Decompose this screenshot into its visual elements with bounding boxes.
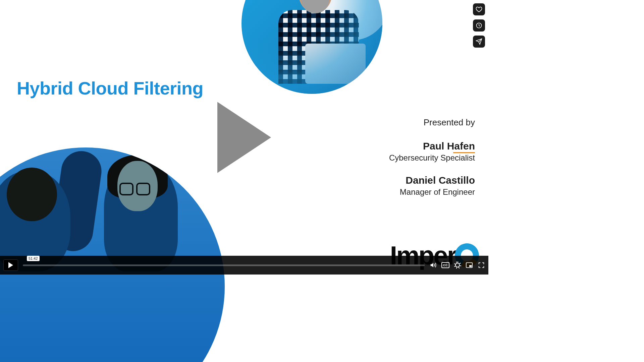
like-button[interactable] [473,3,485,15]
presented-by-label: Presented by [389,117,475,128]
presenters-block: Presented by Paul Hafen Cybersecurity Sp… [389,117,475,205]
side-actions [473,3,485,48]
settings-button[interactable] [454,262,461,268]
heart-icon [476,6,482,13]
duration-tooltip: 51:42 [27,256,40,261]
progress-bar[interactable]: 51:42 [23,260,425,270]
right-controls: CC [429,261,485,269]
clock-icon [476,22,482,29]
control-bar: 51:42 CC [0,256,488,275]
closed-captions-button[interactable]: CC [441,262,449,268]
presenter-2-role: Manager of Engineer [389,187,475,197]
volume-button[interactable] [429,261,437,269]
progress-track [23,264,425,266]
pip-icon [466,261,473,269]
students-photo-bottom [0,147,225,362]
fullscreen-button[interactable] [478,261,485,269]
paper-plane-icon [476,38,482,45]
fullscreen-icon [478,261,485,269]
volume-icon [429,261,437,269]
presenter-1-name: Paul Hafen [423,140,475,152]
presenter-photo-top: ⋰⋱∵∴ [241,0,382,94]
watch-later-button[interactable] [473,19,485,32]
big-play-button[interactable] [217,102,271,173]
presenter-2-name: Daniel Castillo [406,175,475,186]
video-player: ⋰⋱∵∴ Hybrid Cloud Filtering Presen [0,0,488,275]
pip-button[interactable] [466,261,473,269]
presenter-1-role: Cybersecurity Specialist [389,153,475,163]
svg-rect-2 [469,265,472,267]
play-button[interactable] [3,259,18,271]
slide-title: Hybrid Cloud Filtering [17,78,203,99]
share-button[interactable] [473,36,485,48]
